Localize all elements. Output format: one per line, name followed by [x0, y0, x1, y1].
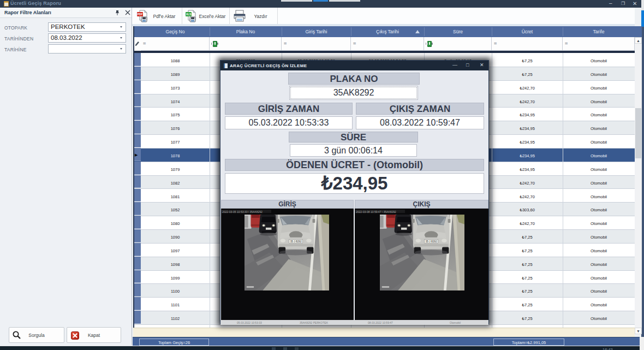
svg-text:35 J 8292: 35 J 8292	[290, 240, 302, 243]
svg-text:35 J 8292: 35 J 8292	[426, 240, 437, 243]
